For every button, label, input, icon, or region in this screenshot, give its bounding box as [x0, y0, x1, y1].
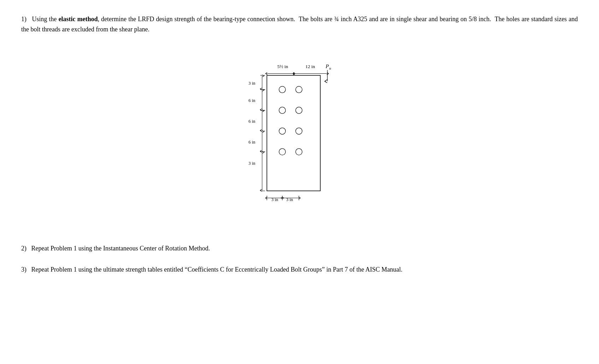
svg-point-5 [279, 128, 285, 134]
problem-2-number: 2) [21, 245, 26, 252]
svg-point-7 [279, 148, 285, 155]
svg-point-8 [296, 148, 302, 155]
svg-text:6 in: 6 in [249, 98, 256, 103]
svg-text:P: P [325, 63, 329, 69]
svg-rect-0 [267, 75, 320, 191]
svg-text:12 in: 12 in [306, 63, 315, 69]
problem-2-text: 2) Repeat Problem 1 using the Instantane… [21, 243, 578, 254]
svg-text:3 in: 3 in [249, 80, 256, 85]
diagram-container: P u 5½ in 12 in [21, 46, 578, 229]
svg-point-6 [296, 128, 302, 134]
svg-point-4 [296, 107, 302, 113]
problem-3: 3) Repeat Problem 1 using the ultimate s… [21, 265, 578, 275]
diagram-svg: P u 5½ in 12 in [225, 46, 374, 229]
problem-2: 2) Repeat Problem 1 using the Instantane… [21, 243, 578, 254]
problem-3-number: 3) [21, 266, 26, 273]
svg-point-2 [296, 86, 302, 92]
svg-text:3 in: 3 in [249, 161, 256, 166]
svg-text:5½ in: 5½ in [277, 63, 288, 69]
problem-1: 1) Using the elastic method, determine t… [21, 14, 578, 35]
diagram-inner: P u 5½ in 12 in [225, 46, 374, 229]
svg-point-1 [279, 86, 285, 92]
svg-point-3 [279, 107, 285, 113]
svg-text:u: u [329, 66, 331, 70]
problem-1-text: 1) Using the elastic method, determine t… [21, 14, 578, 35]
problem-3-text: 3) Repeat Problem 1 using the ultimate s… [21, 265, 578, 275]
svg-text:6 in: 6 in [249, 119, 256, 124]
problem-1-number: 1) [21, 16, 26, 23]
svg-text:6 in: 6 in [249, 139, 256, 144]
